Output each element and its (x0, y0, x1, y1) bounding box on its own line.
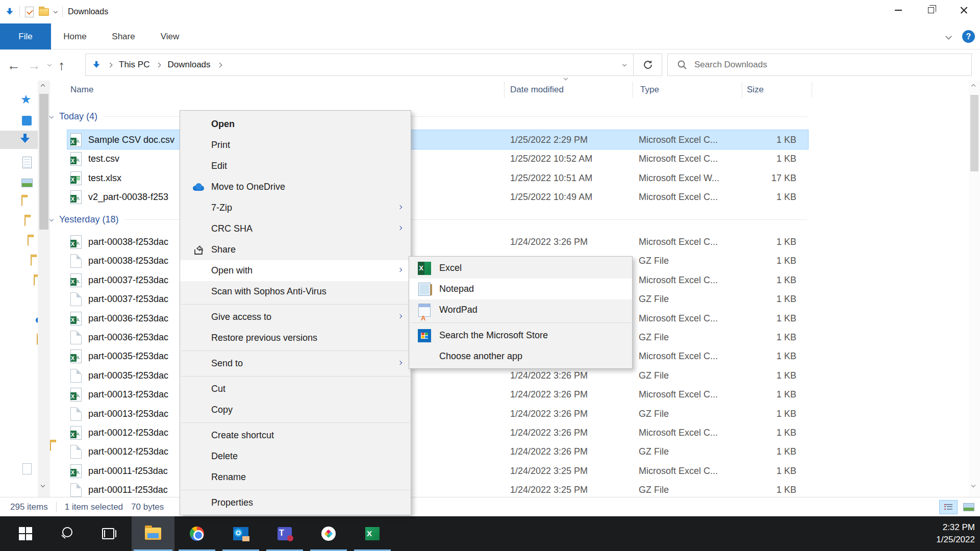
menu-item-restore-previous-versions[interactable]: Restore previous versions (180, 328, 411, 348)
file-row[interactable]: Xa,part-00012-f253dac1/24/2022 3:26 PMMi… (50, 423, 810, 442)
file-list-scrollbar[interactable] (969, 81, 980, 497)
taskbar-start-button[interactable] (5, 516, 46, 551)
file-row[interactable]: Xa,v2_part-00038-f2531/25/2022 10:49 AMM… (50, 188, 810, 207)
column-header-date-modified[interactable]: Date modified (510, 85, 564, 95)
new-folder-shortcut-icon[interactable] (39, 8, 49, 16)
menu-item-scan-with-sophos-anti-virus[interactable]: Scan with Sophos Anti-Virus (180, 281, 411, 302)
breadcrumb-chevron-icon[interactable] (108, 62, 113, 67)
menu-item-print[interactable]: Print (180, 135, 411, 156)
menu-item-edit[interactable]: Edit (180, 156, 411, 177)
column-header-size[interactable]: Size (747, 85, 764, 95)
tab-share[interactable]: Share (102, 23, 145, 49)
file-row[interactable]: part-00035-f253dac1/24/2022 3:26 PMGZ Fi… (50, 366, 810, 385)
filetype-mark: a, (76, 355, 80, 360)
file-row[interactable]: Xa,part-00013-f253dac1/24/2022 3:26 PMMi… (50, 385, 810, 404)
up-button[interactable]: ↑ (58, 59, 65, 72)
submenu-arrow-icon (398, 226, 402, 230)
taskbar-file-explorer-button[interactable] (132, 516, 174, 551)
file-row[interactable]: Xa,test.csv1/25/2022 10:52 AMMicrosoft E… (50, 149, 810, 168)
file-row[interactable]: Xa,Sample CSV doc.csv1/25/2022 2:29 PMMi… (50, 131, 810, 149)
refresh-button[interactable] (633, 54, 662, 76)
menu-item-copy[interactable]: Copy (180, 399, 411, 420)
large-icons-view-button[interactable] (960, 500, 978, 514)
column-divider[interactable] (812, 82, 812, 98)
scrollbar-thumb[interactable] (970, 95, 978, 171)
taskbar-slack-button[interactable] (308, 516, 349, 551)
expand-ribbon-chevron-icon[interactable] (945, 33, 952, 40)
menu-item-cut[interactable]: Cut (180, 379, 411, 399)
column-divider[interactable] (504, 82, 505, 98)
scroll-down-icon[interactable] (971, 483, 975, 487)
properties-shortcut-icon[interactable] (25, 7, 34, 17)
group-header-today-4[interactable]: Today (4) (50, 107, 810, 126)
scroll-up-icon[interactable] (971, 84, 975, 88)
menu-item-give-access-to[interactable]: Give access to (180, 307, 411, 328)
submenu-item-search-the-microsoft-store[interactable]: Search the Microsoft Store (409, 325, 632, 346)
group-collapse-chevron-icon[interactable] (49, 217, 54, 221)
back-button[interactable]: ← (7, 59, 20, 72)
tab-home[interactable]: Home (53, 23, 97, 49)
file-date-cell: 1/25/2022 10:51 AM (510, 169, 633, 188)
minimize-button[interactable] (882, 0, 915, 20)
close-button[interactable] (947, 0, 980, 20)
address-bar[interactable]: This PC Downloads (85, 54, 662, 76)
file-row[interactable]: Xtest.xlsx1/25/2022 10:51 AMMicrosoft Ex… (50, 169, 810, 188)
taskbar-excel-button[interactable] (352, 516, 393, 551)
file-date-cell: 1/24/2022 3:26 PM (510, 405, 633, 423)
forward-button[interactable]: → (28, 59, 41, 72)
file-size-cell: 1 KB (742, 366, 804, 385)
breadcrumb-chevron-icon[interactable] (217, 62, 222, 67)
taskbar-teams-button[interactable] (264, 516, 305, 551)
menu-item-crc-sha[interactable]: CRC SHA (180, 218, 411, 239)
column-divider[interactable] (633, 82, 633, 98)
taskbar-chrome-button[interactable] (177, 516, 217, 551)
menu-item-send-to[interactable]: Send to (180, 353, 411, 374)
help-icon[interactable]: ? (962, 30, 975, 43)
scroll-up-icon[interactable] (41, 84, 45, 88)
file-row[interactable]: Xa,part-00038-f253dac1/24/2022 3:26 PMMi… (50, 233, 810, 252)
file-type-cell: Microsoft Excel C... (639, 423, 742, 442)
status-bar: 295 items 1 item selected 70 bytes (0, 497, 980, 516)
tab-view[interactable]: View (148, 23, 192, 49)
menu-item-rename[interactable]: Rename (180, 467, 411, 488)
menu-item-7-zip[interactable]: 7-Zip (180, 197, 411, 218)
submenu-item-notepad[interactable]: Notepad (409, 279, 632, 299)
taskbar-outlook-button[interactable] (220, 516, 261, 551)
menu-item-delete[interactable]: Delete (180, 446, 411, 467)
excel-badge: X (70, 157, 77, 164)
submenu-item-choose-another-app[interactable]: Choose another app (409, 346, 632, 367)
file-row[interactable]: part-00013-f253dac1/24/2022 3:26 PMGZ Fi… (50, 405, 810, 423)
taskbar-search-button[interactable] (47, 516, 88, 551)
menu-item-open-with[interactable]: Open with (180, 260, 411, 281)
excel-icon (365, 527, 380, 540)
recent-locations-chevron-icon[interactable] (47, 62, 52, 66)
taskbar-clock[interactable]: 2:32 PM 1/25/2022 (936, 516, 975, 551)
details-view-button[interactable] (939, 500, 958, 514)
file-row[interactable]: part-00012-f253dac1/24/2022 3:26 PMGZ Fi… (50, 442, 810, 461)
breadcrumb-chevron-icon[interactable] (156, 62, 161, 67)
customize-toolbar-chevron-icon[interactable] (54, 9, 58, 13)
breadcrumb-this-pc[interactable]: This PC (119, 60, 149, 70)
submenu-item-excel[interactable]: Excel (409, 258, 632, 279)
menu-item-move-to-onedrive[interactable]: Move to OneDrive (180, 177, 411, 197)
breadcrumb-downloads[interactable]: Downloads (167, 60, 210, 70)
tab-file[interactable]: File (0, 23, 51, 49)
restore-button[interactable] (915, 0, 947, 20)
menu-item-properties[interactable]: Properties (180, 492, 411, 513)
taskbar-task-view-button[interactable] (88, 516, 129, 551)
excel-xlsx-icon: X (70, 171, 82, 185)
column-divider[interactable] (742, 82, 742, 98)
search-box[interactable]: Search Downloads (667, 54, 972, 76)
restore-icon (928, 7, 934, 13)
column-header-type[interactable]: Type (640, 85, 659, 95)
menu-item-share[interactable]: Share (180, 239, 411, 260)
menu-item-open[interactable]: Open (180, 114, 411, 135)
submenu-icon-slot (415, 279, 434, 299)
group-collapse-chevron-icon[interactable] (49, 114, 54, 118)
filetype-mark: a, (76, 469, 80, 474)
group-header-yesterday-18[interactable]: Yesterday (18) (50, 210, 810, 229)
menu-item-create-shortcut[interactable]: Create shortcut (180, 425, 411, 446)
file-row[interactable]: Xa,part-00011-f253dac1/24/2022 3:25 PMMi… (50, 462, 810, 481)
column-header-name[interactable]: Name (70, 85, 93, 95)
submenu-item-wordpad[interactable]: WordPad (409, 299, 632, 320)
